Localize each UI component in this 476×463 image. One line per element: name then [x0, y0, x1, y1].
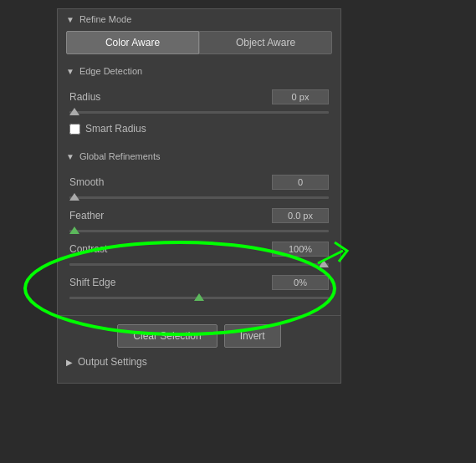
refine-mode-label: Refine Mode [79, 14, 131, 24]
shift-edge-value[interactable]: 0% [272, 275, 329, 290]
radius-thumb[interactable] [69, 108, 79, 115]
refine-mode-arrow: ▼ [66, 15, 74, 24]
contrast-track [69, 263, 329, 266]
mode-button-group: Color Aware Object Aware [66, 31, 332, 54]
radius-value[interactable]: 0 px [272, 89, 329, 104]
feather-label: Feather [69, 210, 272, 221]
smooth-thumb[interactable] [69, 193, 79, 201]
smart-radius-row: Smart Radius [69, 123, 329, 135]
output-settings-row[interactable]: ▶ Output Settings [58, 351, 340, 373]
smooth-track [69, 196, 329, 199]
global-refinements-header[interactable]: ▼ Global Refinements [58, 146, 340, 166]
invert-button[interactable]: Invert [224, 324, 281, 348]
shift-edge-slider[interactable] [69, 292, 329, 303]
output-settings-label: Output Settings [78, 356, 147, 368]
radius-track [69, 111, 329, 114]
smooth-row: Smooth 0 [69, 175, 329, 190]
refine-panel: ▼ Refine Mode Color Aware Object Aware ▼… [57, 8, 341, 384]
edge-detection-label: Edge Detection [79, 66, 142, 76]
edge-detection-arrow: ▼ [66, 67, 74, 76]
radius-row: Radius 0 px [69, 89, 329, 104]
divider [58, 315, 340, 316]
color-aware-button[interactable]: Color Aware [66, 31, 199, 54]
feather-thumb[interactable] [69, 226, 79, 234]
edge-detection-header[interactable]: ▼ Edge Detection [58, 61, 340, 81]
edge-detection-body: Radius 0 px Smart Radius [58, 81, 340, 146]
bottom-button-group: Clear Selection Invert [69, 324, 329, 348]
shift-edge-label: Shift Edge [69, 277, 272, 288]
contrast-label: Contrast [69, 243, 272, 255]
smart-radius-label: Smart Radius [85, 123, 146, 135]
contrast-thumb[interactable] [319, 260, 329, 267]
refine-mode-header[interactable]: ▼ Refine Mode [58, 9, 340, 29]
global-refinements-arrow: ▼ [66, 152, 74, 161]
shift-edge-row: Shift Edge 0% [69, 275, 329, 290]
smooth-label: Smooth [69, 176, 272, 188]
clear-selection-button[interactable]: Clear Selection [117, 324, 217, 348]
feather-track [69, 230, 329, 232]
object-aware-button[interactable]: Object Aware [199, 31, 332, 54]
radius-label: Radius [69, 91, 272, 103]
contrast-slider[interactable] [69, 258, 329, 270]
feather-value[interactable]: 0.0 px [272, 208, 329, 223]
global-refinements-label: Global Refinements [79, 151, 161, 161]
radius-slider[interactable] [69, 106, 329, 118]
global-refinements-body: Smooth 0 Feather 0.0 px Contrast 100% Sh… [58, 166, 340, 313]
smooth-value[interactable]: 0 [272, 175, 329, 190]
shift-edge-thumb[interactable] [194, 293, 204, 301]
output-settings-arrow: ▶ [66, 358, 73, 367]
feather-row: Feather 0.0 px [69, 208, 329, 223]
contrast-row: Contrast 100% [69, 242, 329, 257]
smart-radius-checkbox[interactable] [69, 124, 80, 135]
smooth-slider[interactable] [69, 191, 329, 203]
contrast-value[interactable]: 100% [272, 242, 329, 257]
feather-slider[interactable] [69, 225, 329, 237]
